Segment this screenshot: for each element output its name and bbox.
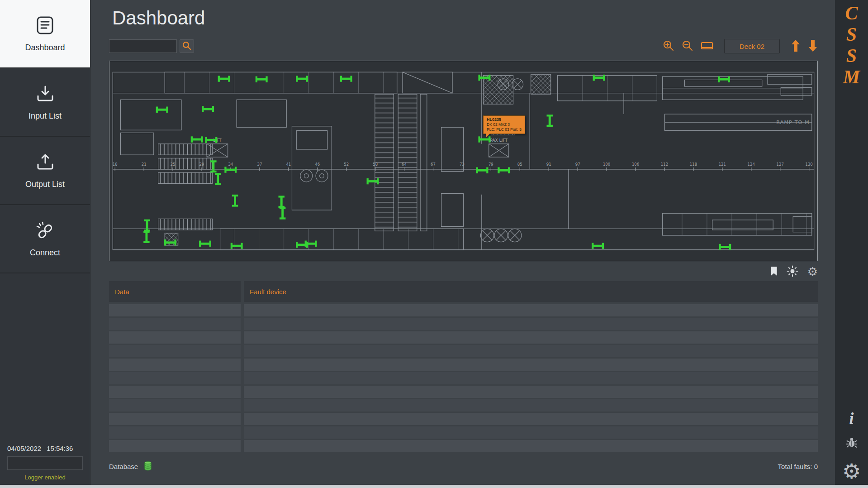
info-button[interactable]: i — [849, 411, 854, 426]
table-row[interactable] — [109, 359, 818, 371]
data-cell — [109, 331, 241, 344]
upload-tray-icon — [35, 152, 56, 174]
dashboard-icon — [35, 15, 56, 38]
table-row[interactable] — [109, 399, 818, 411]
table-row[interactable] — [109, 331, 818, 344]
device-marker[interactable] — [547, 115, 553, 127]
deck-down-button[interactable] — [808, 39, 818, 53]
map-tooltip: HL0235 DK 02 MVZ 3 PLC: PLC 03 Port: 5 — [483, 115, 525, 134]
deck-plan-svg: 18 21 25 29 34 37 41 46 52 58 64 67 73 7… — [109, 61, 817, 261]
settings-button[interactable]: ⚙ — [842, 461, 861, 482]
device-marker[interactable] — [592, 243, 604, 249]
device-marker[interactable] — [719, 244, 731, 250]
svg-text:46: 46 — [315, 162, 320, 167]
zoom-out-button[interactable] — [682, 40, 693, 53]
deck-plan-map[interactable]: 18 21 25 29 34 37 41 46 52 58 64 67 73 7… — [109, 61, 818, 261]
data-cell — [109, 304, 241, 316]
table-row[interactable] — [109, 413, 818, 425]
sidebar-item-label: Dashboard — [25, 43, 65, 53]
device-marker[interactable] — [199, 241, 211, 247]
datetime: 04/05/2022 15:54:36 — [7, 445, 83, 452]
device-marker[interactable] — [215, 173, 221, 185]
device-marker[interactable] — [498, 167, 510, 173]
search-button[interactable] — [180, 39, 194, 53]
table-row[interactable] — [109, 426, 818, 439]
fault-device-cell — [244, 345, 818, 357]
fit-view-button[interactable] — [701, 40, 713, 53]
info-icon: i — [849, 411, 854, 426]
fault-device-cell — [244, 413, 818, 425]
page-title: Dashboard — [112, 7, 818, 29]
table-row[interactable] — [109, 372, 818, 384]
search-icon — [182, 41, 192, 52]
device-marker[interactable] — [279, 196, 285, 208]
map-settings-button[interactable]: ⚙ — [807, 266, 818, 277]
svg-text:25: 25 — [171, 162, 175, 167]
pax-lift-label: PAX LIFT — [490, 138, 508, 143]
zoom-in-icon — [663, 40, 674, 53]
svg-text:118: 118 — [690, 162, 697, 167]
device-marker[interactable] — [718, 77, 730, 82]
device-marker[interactable] — [232, 195, 238, 207]
app-window: Dashboard Input List Output List — [0, 0, 868, 488]
device-marker[interactable] — [476, 167, 489, 173]
device-marker[interactable] — [202, 106, 214, 112]
table-header: Data Fault device — [109, 281, 818, 302]
data-cell — [109, 318, 241, 330]
time-text: 15:54:36 — [47, 445, 73, 452]
tooltip-plc: PLC: PLC 03 Port: 5 — [487, 127, 522, 132]
svg-text:121: 121 — [719, 162, 726, 167]
brand-logo: C S S M — [843, 3, 860, 88]
sidebar-item-input-list[interactable]: Input List — [0, 68, 90, 137]
svg-text:124: 124 — [748, 162, 755, 167]
bookmark-button[interactable] — [770, 266, 778, 277]
data-cell — [109, 372, 241, 384]
deck-up-button[interactable] — [791, 39, 801, 53]
brand-letter: S — [846, 24, 857, 45]
deck-selector[interactable]: Deck 02 — [724, 39, 780, 53]
download-tray-icon — [35, 83, 56, 106]
debug-button[interactable] — [846, 437, 858, 450]
map-toolbar: Deck 02 — [109, 39, 818, 53]
data-cell — [109, 359, 241, 371]
gear-icon: ⚙ — [807, 266, 818, 277]
deck-label: Deck 02 — [740, 43, 764, 50]
device-marker[interactable] — [143, 231, 149, 243]
sidebar-item-dashboard[interactable]: Dashboard — [0, 0, 90, 68]
brightness-button[interactable] — [787, 265, 798, 278]
svg-text:52: 52 — [344, 162, 349, 167]
sidebar-item-output-list[interactable]: Output List — [0, 137, 90, 205]
svg-text:37: 37 — [257, 162, 262, 167]
svg-text:97: 97 — [575, 162, 580, 167]
device-marker[interactable] — [156, 107, 168, 113]
bookmark-icon — [770, 266, 778, 277]
data-cell — [109, 413, 241, 425]
arrow-up-icon — [791, 39, 801, 53]
table-row[interactable] — [109, 386, 818, 398]
svg-text:64: 64 — [402, 162, 407, 167]
svg-text:100: 100 — [603, 162, 610, 167]
table-row[interactable] — [109, 304, 818, 316]
column-header-fault-device: Fault device — [244, 281, 818, 302]
sidebar-item-connect[interactable]: Connect — [0, 205, 90, 273]
zoom-in-button[interactable] — [663, 40, 674, 53]
svg-text:67: 67 — [431, 162, 436, 167]
table-row[interactable] — [109, 318, 818, 330]
logger-input[interactable] — [7, 456, 83, 470]
device-marker[interactable] — [144, 220, 150, 232]
table-row[interactable] — [109, 440, 818, 452]
svg-text:127: 127 — [777, 162, 784, 167]
ramp-label: RAMP TO M — [776, 120, 810, 125]
device-marker[interactable] — [280, 207, 285, 220]
search-input[interactable] — [109, 39, 177, 53]
device-marker[interactable] — [205, 137, 218, 143]
device-marker[interactable] — [367, 178, 379, 184]
data-cell — [109, 345, 241, 357]
sidebar-item-label: Input List — [28, 111, 62, 121]
svg-text:85: 85 — [517, 162, 522, 167]
table-row[interactable] — [109, 345, 818, 357]
data-cell — [109, 399, 241, 411]
svg-text:130: 130 — [805, 162, 812, 167]
device-marker[interactable] — [191, 136, 203, 142]
bottom-edge-strip — [0, 485, 868, 488]
